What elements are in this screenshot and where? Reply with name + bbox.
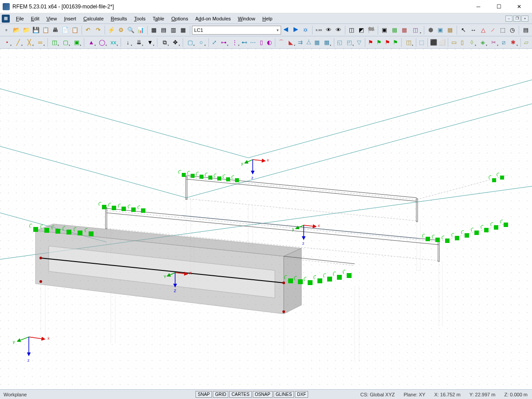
parameters-icon[interactable]: 🔍: [126, 25, 136, 35]
table-icon[interactable]: ▦: [179, 25, 188, 35]
array-icon[interactable]: ▦: [313, 38, 321, 47]
connect-icon[interactable]: ⊶: [219, 38, 229, 47]
opening-tool-icon[interactable]: ▢: [60, 38, 71, 47]
view-xxx-icon[interactable]: x.xx: [314, 25, 324, 35]
copy-tool-icon[interactable]: ⧉: [159, 38, 170, 47]
nodal-load-icon[interactable]: ↓: [123, 38, 133, 47]
member-icon[interactable]: ═: [35, 38, 46, 47]
save-as-icon[interactable]: 📋: [41, 25, 50, 35]
menu-insert[interactable]: Insert: [60, 15, 80, 23]
extend-icon[interactable]: ⤢: [210, 38, 218, 47]
select-icon[interactable]: ⬚: [498, 25, 507, 35]
toggle-grid[interactable]: GRID: [213, 391, 228, 398]
load-case-combo[interactable]: LC1: [192, 26, 281, 35]
redo-icon[interactable]: ↷: [94, 25, 103, 35]
mirror-tool-icon[interactable]: ⧊: [305, 38, 313, 47]
viewport-3d[interactable]: x y z x y z X Y Z x y z: [0, 49, 532, 389]
toggle-osnap[interactable]: OSNAP: [253, 391, 273, 398]
support-icon[interactable]: ▲: [86, 38, 97, 47]
polyline-icon[interactable]: ╳: [24, 38, 35, 47]
project-nav-icon[interactable]: ▤: [521, 25, 530, 35]
next-lc-icon[interactable]: ⯈: [291, 25, 301, 35]
module-concrete-icon[interactable]: ▣: [436, 25, 445, 35]
cs-tool-icon[interactable]: ✱: [508, 38, 519, 47]
orbit-icon[interactable]: ◷: [508, 25, 517, 35]
node-icon[interactable]: •: [2, 38, 12, 47]
view-side-icon[interactable]: ▯: [458, 38, 466, 47]
finish-icon[interactable]: 🏁: [367, 25, 376, 35]
hinge-icon[interactable]: ◯: [97, 38, 108, 47]
flag-red-icon[interactable]: ⚑: [367, 38, 375, 47]
menu-view[interactable]: View: [43, 15, 61, 23]
menu-file[interactable]: File: [12, 15, 27, 23]
minimize-button[interactable]: ─: [468, 0, 489, 13]
surface-tool-icon[interactable]: ◫: [49, 38, 60, 47]
line-load-icon[interactable]: ⇊: [133, 38, 144, 47]
lc-settings-icon[interactable]: ⛭: [301, 25, 310, 35]
menu-calculate[interactable]: Calculate: [80, 15, 107, 23]
solids-icon[interactable]: ▦: [399, 25, 409, 35]
show-deform-icon[interactable]: 👁: [334, 25, 343, 35]
toggle-glines[interactable]: GLINES: [274, 391, 294, 398]
view-iso-icon[interactable]: ⬛: [430, 38, 438, 47]
menu-addon[interactable]: Add-on Modules: [192, 15, 234, 23]
close-button[interactable]: ✕: [509, 0, 529, 13]
open-related-icon[interactable]: 📁: [21, 25, 31, 35]
section-icon[interactable]: ⧄: [500, 38, 508, 47]
toggle-snap[interactable]: SNAP: [196, 391, 212, 398]
hide-icon[interactable]: ◱: [336, 38, 344, 47]
release-icon[interactable]: xx: [108, 38, 119, 47]
menu-results[interactable]: Results: [107, 15, 131, 23]
undo-icon[interactable]: ↶: [83, 25, 93, 35]
show-values-icon[interactable]: 👁: [324, 25, 333, 35]
new-file-icon[interactable]: ▫: [2, 25, 11, 35]
move-tool-icon[interactable]: ✥: [170, 38, 181, 47]
dimension-icon[interactable]: ↔: [469, 25, 478, 35]
mdi-restore-button[interactable]: ❐: [513, 16, 520, 22]
mdi-minimize-button[interactable]: –: [505, 16, 512, 22]
revolve-icon[interactable]: ◐: [266, 38, 274, 47]
surfaces-icon[interactable]: ▩: [390, 25, 399, 35]
arc-icon[interactable]: ⟋: [488, 25, 497, 35]
menu-options[interactable]: Options: [168, 15, 192, 23]
cylinder-icon[interactable]: ○: [196, 38, 207, 47]
view-top-icon[interactable]: ◊: [466, 38, 477, 47]
clip-icon[interactable]: ✂: [489, 38, 499, 47]
members-icon[interactable]: ▣: [380, 25, 389, 35]
view-3d-icon[interactable]: ◈: [477, 38, 488, 47]
fillet-icon[interactable]: ⌒: [277, 38, 285, 47]
toggle-cartes[interactable]: CARTES: [229, 391, 251, 398]
flag-green-icon[interactable]: ⚑: [375, 38, 383, 47]
solid-tool-icon[interactable]: ▣: [71, 38, 82, 47]
menu-help[interactable]: Help: [259, 15, 276, 23]
menu-edit[interactable]: Edit: [27, 15, 43, 23]
copy-icon[interactable]: 📋: [70, 25, 79, 35]
navigator-icon[interactable]: ▥: [169, 25, 178, 35]
angle-icon[interactable]: △: [478, 25, 488, 35]
tile-icon[interactable]: ▤: [159, 25, 168, 35]
check-icon[interactable]: ⚡: [107, 25, 116, 35]
box-tool-icon[interactable]: ▢: [185, 38, 196, 47]
line-icon[interactable]: ╱: [13, 38, 23, 47]
print-icon[interactable]: 🖶: [51, 25, 60, 35]
join-icon[interactable]: ⊷: [241, 38, 249, 47]
offset-icon[interactable]: ⇉: [297, 38, 305, 47]
view-front-icon[interactable]: ▭: [450, 38, 458, 47]
flag-orange-icon[interactable]: ⚑: [392, 38, 400, 47]
mesh-icon[interactable]: ◫: [347, 25, 356, 35]
module-steel-icon[interactable]: ⬢: [426, 25, 435, 35]
extrude-icon[interactable]: ▯: [257, 38, 265, 47]
view-shade-icon[interactable]: ⬜: [438, 38, 446, 47]
pattern-icon[interactable]: ▩: [321, 38, 332, 47]
zoom-extents-icon[interactable]: ⬚: [418, 38, 426, 47]
pointer-icon[interactable]: ↖: [459, 25, 468, 35]
mdi-close-button[interactable]: ×: [521, 16, 528, 22]
flag-blue-icon[interactable]: ⚑: [383, 38, 391, 47]
area-load-icon[interactable]: ▼: [145, 38, 155, 47]
chamfer-icon[interactable]: ◣: [286, 38, 296, 47]
calculate-icon[interactable]: ⚙: [117, 25, 126, 35]
prev-lc-icon[interactable]: ⯇: [282, 25, 291, 35]
save-icon[interactable]: 💾: [31, 25, 40, 35]
results-icon[interactable]: 📊: [136, 25, 145, 35]
workplane-icon[interactable]: ▱: [522, 38, 530, 47]
